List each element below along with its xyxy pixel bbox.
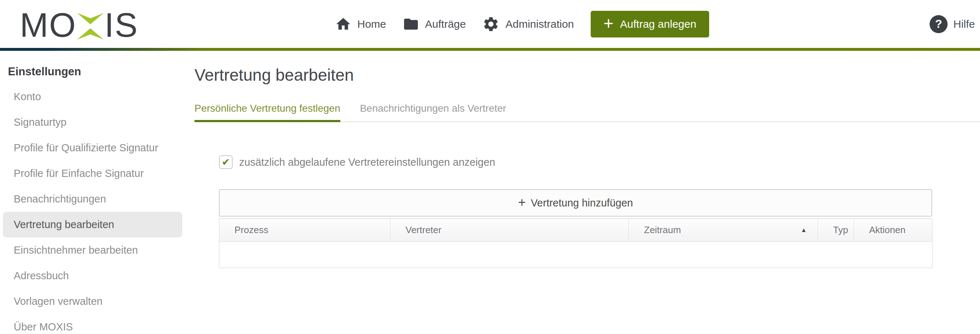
settings-sidebar: Einstellungen Konto Signaturtyp Profile … bbox=[0, 51, 188, 334]
top-header: MO IS Home Aufträge Administration + bbox=[0, 0, 980, 48]
logo-x-icon bbox=[77, 13, 104, 40]
show-expired-checkbox[interactable]: ✔ bbox=[219, 155, 233, 169]
help-link[interactable]: ? Hilfe bbox=[929, 0, 975, 48]
column-header-vertreter[interactable]: Vertreter bbox=[390, 219, 629, 242]
sidebar-item-ueber-moxis[interactable]: Über MOXIS bbox=[0, 314, 188, 334]
header-accent-bar bbox=[0, 48, 980, 51]
show-expired-row[interactable]: ✔ zusätzlich abgelaufene Vertretereinste… bbox=[219, 155, 980, 169]
column-header-zeitraum-label: Zeitraum bbox=[644, 224, 681, 235]
tab-bar: Persönliche Vertretung festlegen Benachr… bbox=[194, 103, 980, 122]
checkmark-icon: ✔ bbox=[222, 156, 230, 168]
add-representation-label: Vertretung hinzufügen bbox=[531, 197, 633, 209]
gear-icon bbox=[482, 16, 500, 33]
main-content: Vertretung bearbeiten Persönliche Vertre… bbox=[194, 51, 980, 268]
nav-label-administration: Administration bbox=[505, 18, 574, 30]
sidebar-item-vorlagen-verwalten[interactable]: Vorlagen verwalten bbox=[0, 289, 188, 314]
add-representation-button[interactable]: + Vertretung hinzufügen bbox=[219, 189, 932, 216]
sidebar-item-profile-qualifizierte-signatur[interactable]: Profile für Qualifizierte Signatur bbox=[0, 135, 188, 161]
column-header-prozess[interactable]: Prozess bbox=[220, 219, 390, 242]
logo-text-right: IS bbox=[105, 8, 138, 42]
folder-icon bbox=[402, 16, 419, 32]
sidebar-item-benachrichtigungen[interactable]: Benachrichtigungen bbox=[0, 186, 188, 212]
empty-table-cell bbox=[220, 242, 932, 268]
sidebar-item-adressbuch[interactable]: Adressbuch bbox=[0, 263, 188, 289]
question-icon: ? bbox=[929, 15, 948, 33]
nav-item-administration[interactable]: Administration bbox=[482, 16, 574, 33]
home-icon bbox=[335, 16, 352, 32]
empty-table-row bbox=[220, 242, 932, 268]
create-order-button[interactable]: + Auftrag anlegen bbox=[591, 11, 710, 38]
logo-text-left: MO bbox=[20, 8, 76, 42]
table-header-row: Prozess Vertreter Zeitraum ▲ Typ Aktione… bbox=[220, 219, 932, 242]
sidebar-title: Einstellungen bbox=[8, 65, 188, 78]
create-order-label: Auftrag anlegen bbox=[620, 18, 697, 30]
sidebar-list: Konto Signaturtyp Profile für Qualifizie… bbox=[0, 84, 188, 334]
help-label: Hilfe bbox=[953, 18, 975, 30]
nav-label-home: Home bbox=[357, 18, 386, 30]
nav-item-home[interactable]: Home bbox=[335, 16, 386, 32]
moxis-logo[interactable]: MO IS bbox=[20, 8, 138, 42]
show-expired-label: zusätzlich abgelaufene Vertretereinstell… bbox=[239, 156, 495, 168]
nav-label-auftraege: Aufträge bbox=[425, 18, 466, 30]
tab-persoenliche-vertretung[interactable]: Persönliche Vertretung festlegen bbox=[194, 103, 340, 122]
column-header-aktionen[interactable]: Aktionen bbox=[854, 219, 932, 242]
main-nav: Home Aufträge Administration + Auftrag a… bbox=[335, 0, 709, 48]
column-header-typ[interactable]: Typ bbox=[818, 219, 854, 242]
nav-item-auftraege[interactable]: Aufträge bbox=[402, 16, 466, 32]
sidebar-item-konto[interactable]: Konto bbox=[0, 84, 188, 110]
sidebar-item-vertretung-bearbeiten[interactable]: Vertretung bearbeiten bbox=[3, 212, 182, 237]
sidebar-item-profile-einfache-signatur[interactable]: Profile für Einfache Signatur bbox=[0, 161, 188, 186]
sidebar-item-signaturtyp[interactable]: Signaturtyp bbox=[0, 110, 188, 135]
representation-table: Prozess Vertreter Zeitraum ▲ Typ Aktione… bbox=[219, 218, 932, 268]
tab-benachrichtigungen-als-vertreter[interactable]: Benachrichtigungen als Vertreter bbox=[360, 103, 506, 122]
page-title: Vertretung bearbeiten bbox=[194, 65, 980, 85]
sort-asc-icon: ▲ bbox=[801, 227, 807, 234]
column-header-zeitraum[interactable]: Zeitraum ▲ bbox=[629, 219, 818, 242]
sidebar-item-einsichtnehmer-bearbeiten[interactable]: Einsichtnehmer bearbeiten bbox=[0, 237, 188, 263]
